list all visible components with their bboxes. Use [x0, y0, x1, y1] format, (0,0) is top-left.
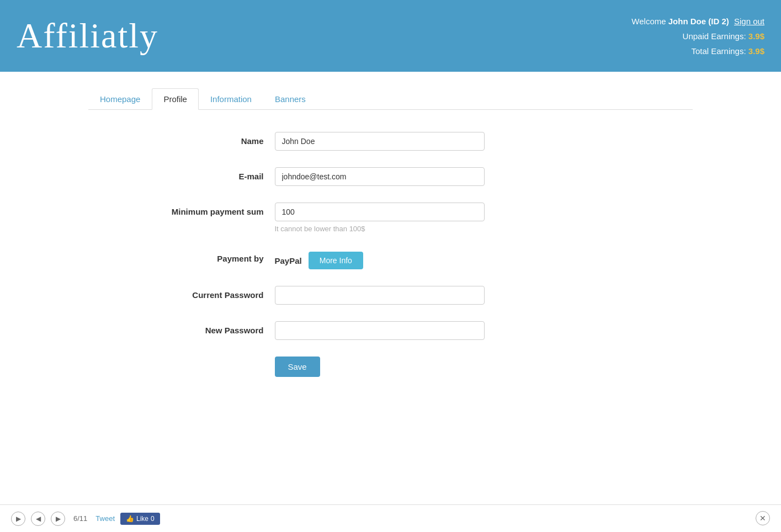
tab-banners[interactable]: Banners: [263, 88, 317, 110]
new-password-input[interactable]: [275, 321, 485, 340]
tabs: Homepage Profile Information Banners: [88, 88, 693, 110]
min-payment-input[interactable]: [275, 203, 485, 221]
tab-homepage[interactable]: Homepage: [88, 88, 152, 110]
min-payment-row: Minimum payment sum It cannot be lower t…: [153, 203, 628, 233]
total-earnings-line: Total Earnings: 3.9$: [631, 44, 764, 58]
tab-information[interactable]: Information: [199, 88, 263, 110]
total-earnings-label: Total Earnings:: [691, 46, 746, 56]
total-earnings-value: 3.9$: [748, 46, 764, 56]
new-password-label: New Password: [153, 321, 275, 335]
tweet-button[interactable]: Tweet: [95, 514, 115, 523]
current-password-field: [275, 286, 485, 305]
username-value: John Doe (ID 2): [668, 17, 729, 26]
min-payment-field: It cannot be lower than 100$: [275, 203, 485, 233]
current-password-label: Current Password: [153, 286, 275, 300]
prev-button[interactable]: ◀: [31, 512, 45, 526]
like-button[interactable]: 👍 Like 0: [120, 513, 160, 525]
unpaid-earnings-value: 3.9$: [748, 31, 764, 41]
close-button[interactable]: ✕: [756, 511, 770, 525]
current-password-row: Current Password: [153, 286, 628, 305]
header-right: Welcome John Doe (ID 2) Sign out Unpaid …: [631, 14, 764, 58]
email-field-container: [275, 167, 485, 186]
unpaid-earnings-label: Unpaid Earnings:: [683, 31, 746, 41]
more-info-button[interactable]: More Info: [309, 252, 363, 269]
bottom-bar: ▶ ◀ ▶ 6/11 Tweet 👍 Like 0 ✕: [0, 504, 781, 532]
payment-by-field: PayPal More Info: [275, 249, 485, 269]
sign-out-link[interactable]: Sign out: [734, 17, 764, 26]
welcome-line: Welcome John Doe (ID 2) Sign out: [631, 14, 764, 29]
next-button[interactable]: ▶: [51, 512, 65, 526]
profile-form: Name E-mail Minimum payment sum It canno…: [142, 132, 639, 377]
payment-by-row: Payment by PayPal More Info: [153, 249, 628, 269]
like-count: 0: [151, 515, 155, 523]
name-row: Name: [153, 132, 628, 151]
slide-counter: 6/11: [73, 514, 87, 523]
current-password-input[interactable]: [275, 286, 485, 305]
logo: Affiliatly: [17, 15, 158, 56]
save-row: Save: [153, 357, 628, 377]
min-payment-label: Minimum payment sum: [153, 203, 275, 216]
like-label: Like: [136, 515, 148, 523]
welcome-text: Welcome: [631, 17, 666, 26]
tab-profile[interactable]: Profile: [152, 88, 199, 110]
main-content: Homepage Profile Information Banners Nam…: [0, 72, 781, 513]
like-icon: 👍: [126, 515, 134, 523]
name-input[interactable]: [275, 132, 485, 151]
play-button[interactable]: ▶: [11, 512, 25, 526]
payment-by-label: Payment by: [153, 249, 275, 263]
email-row: E-mail: [153, 167, 628, 186]
save-button[interactable]: Save: [275, 357, 320, 377]
unpaid-earnings-line: Unpaid Earnings: 3.9$: [631, 29, 764, 44]
name-label: Name: [153, 132, 275, 146]
name-field: [275, 132, 485, 151]
payment-by-content: PayPal More Info: [275, 249, 485, 269]
payment-method: PayPal: [275, 256, 302, 265]
new-password-row: New Password: [153, 321, 628, 340]
new-password-field: [275, 321, 485, 340]
email-input[interactable]: [275, 167, 485, 186]
header: Affiliatly Welcome John Doe (ID 2) Sign …: [0, 0, 781, 72]
email-label: E-mail: [153, 167, 275, 181]
min-payment-hint: It cannot be lower than 100$: [275, 225, 485, 233]
